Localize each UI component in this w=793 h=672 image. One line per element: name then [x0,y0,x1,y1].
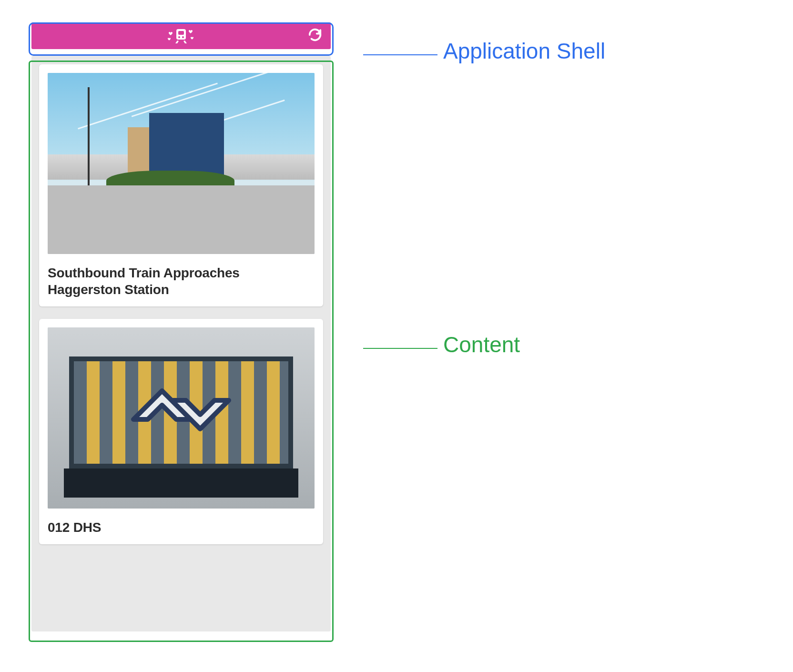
card-image [48,327,315,509]
content-card[interactable]: Southbound Train Approaches Haggerston S… [39,64,323,306]
content-card[interactable]: 012 DHS [39,319,323,544]
content-area: Southbound Train Approaches Haggerston S… [31,56,331,631]
shell-leader-line [363,54,437,55]
svg-point-3 [182,36,184,38]
card-title: Southbound Train Approaches Haggerston S… [48,265,315,298]
card-title: 012 DHS [48,519,315,536]
content-label: Content [443,332,520,357]
card-image [48,73,315,254]
app-mock: Southbound Train Approaches Haggerston S… [29,22,334,631]
svg-rect-1 [178,31,184,35]
content-leader-line [363,348,437,349]
refresh-icon[interactable] [308,28,322,44]
svg-point-2 [178,36,180,38]
app-bar [31,22,331,49]
shell-label: Application Shell [443,38,605,64]
train-hearts-icon [164,26,198,45]
